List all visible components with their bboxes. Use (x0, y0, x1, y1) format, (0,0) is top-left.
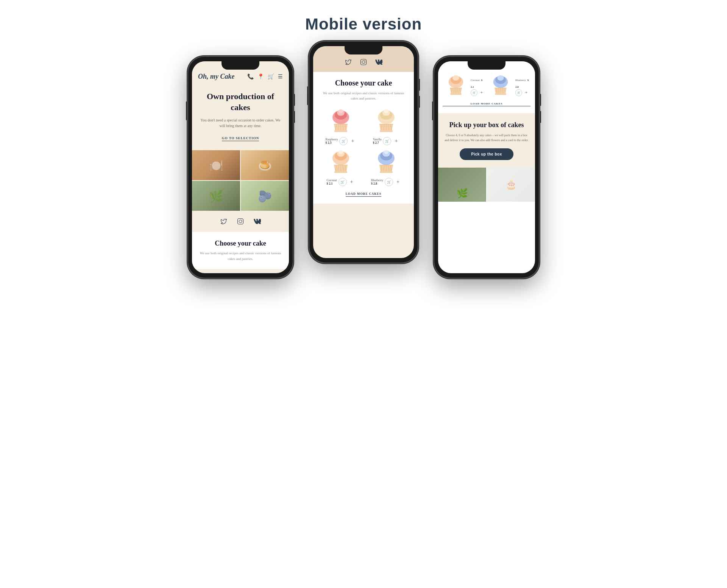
hero-title: Own production of cakes (200, 91, 281, 113)
cake-info-coconut: Coconut $ 2.1 🛒 + (319, 178, 362, 186)
svg-rect-63 (495, 93, 506, 95)
location-icon[interactable]: 📍 (257, 73, 264, 80)
svg-point-5 (365, 60, 365, 61)
phone-1-vol-down (293, 111, 295, 123)
phone-2-power (307, 86, 309, 105)
pickup-desc: Choose 4, 6 or 9 absolutely any cakes – … (444, 133, 529, 143)
phones-container: Oh, my Cake 📞 📍 🛒 ☰ Own production of ca… (187, 56, 540, 278)
phone-icon[interactable]: 📞 (247, 73, 254, 80)
vk-icon[interactable] (253, 217, 262, 226)
phone-1-notch (222, 61, 259, 70)
page-title: Mobile version (305, 15, 422, 33)
go-to-selection-button[interactable]: GO TO SELECTION (222, 136, 259, 141)
instagram-icon-2[interactable] (359, 58, 368, 67)
phone-3-vol-up (540, 94, 541, 106)
food-image-4 (241, 181, 289, 211)
mini-btns-coconut: 🛒 + (471, 89, 486, 96)
plus-btn-blueberry[interactable]: + (395, 179, 401, 185)
mini-cake-blueberry: Blueberry $ 2.8 🛒 + (487, 73, 530, 99)
load-more-button-3[interactable]: LOAD MORE CAKES (443, 102, 530, 106)
phone-2-vol-up (418, 79, 420, 91)
svg-rect-25 (380, 130, 393, 132)
svg-rect-15 (334, 130, 347, 132)
mini-cart-btn-coconut[interactable]: 🛒 (471, 89, 477, 96)
plus-btn-vanilla[interactable]: + (393, 138, 399, 145)
mini-cake-name-blueberry: Blueberry (515, 79, 526, 82)
cake-price-raspberry: $ 2.3 (326, 141, 338, 145)
blueberry-cupcake-image (365, 148, 408, 178)
pickup-section: Pick up your box of cakes Choose 4, 6 or… (438, 113, 535, 168)
cart-icon[interactable]: 🛒 (268, 73, 274, 80)
cake-name-raspberry: Raspberry (326, 138, 338, 141)
phone-3: Coconut $ 2.1 🛒 + (434, 56, 540, 278)
svg-point-2 (242, 219, 242, 220)
cart-btn-blueberry[interactable]: 🛒 (385, 178, 393, 186)
mini-cake-row: Coconut $ 2.1 🛒 + (443, 73, 530, 99)
raspberry-cupcake-image (319, 107, 362, 137)
mini-plus-btn-blueberry[interactable]: + (523, 89, 530, 96)
phone-3-screen: Coconut $ 2.1 🛒 + (438, 61, 535, 273)
svg-point-29 (339, 150, 343, 154)
phone-2-notch (345, 46, 382, 54)
phone-1-social (192, 211, 289, 232)
svg-rect-3 (361, 59, 367, 65)
svg-rect-45 (380, 171, 393, 173)
cake-price-coconut: $ 2.1 (326, 182, 337, 185)
cake-item-coconut: Coconut $ 2.1 🛒 + (319, 148, 362, 186)
phone-2-screen: Choose your cake We use both original re… (313, 46, 414, 258)
svg-point-19 (384, 109, 388, 113)
phone-1-choose-section: Choose your cake We use both original re… (192, 232, 289, 269)
svg-point-48 (452, 75, 459, 81)
vk-icon-2[interactable] (374, 58, 383, 67)
svg-point-4 (362, 61, 365, 64)
cake-info-vanilla: Vanilla $ 2.7 🛒 + (365, 137, 408, 145)
cake-name-vanilla: Vanilla (373, 138, 382, 141)
phone-1-power (186, 101, 187, 120)
pickup-button[interactable]: Pick up the box (460, 148, 513, 160)
bottom-image-2 (487, 168, 535, 202)
phone-2-content: Choose your cake We use both original re… (313, 72, 414, 204)
svg-rect-54 (450, 93, 462, 95)
phone-1-images (192, 150, 289, 211)
svg-point-9 (339, 109, 343, 113)
food-image-3 (192, 181, 240, 211)
svg-point-39 (384, 150, 388, 154)
cart-btn-raspberry[interactable]: 🛒 (339, 137, 348, 145)
cake-name-coconut: Coconut (326, 179, 337, 182)
cake-item-blueberry: Blueberry $ 2.8 🛒 + (365, 148, 408, 186)
cart-btn-coconut[interactable]: 🛒 (339, 178, 347, 186)
cart-btn-vanilla[interactable]: 🛒 (383, 137, 391, 145)
p2-section-title: Choose your cake (319, 79, 408, 87)
p2-section-subtitle: We use both original recipes and classic… (319, 90, 408, 101)
phone-2: Choose your cake We use both original re… (309, 41, 418, 263)
food-image-1 (192, 150, 240, 180)
twitter-icon[interactable] (219, 217, 228, 226)
plus-btn-coconut[interactable]: + (348, 179, 355, 185)
cake-info-raspberry: Raspberry $ 2.3 🛒 + (319, 137, 362, 145)
cake-name-blueberry: Blueberry (371, 179, 383, 182)
phone-2-vol-down (418, 96, 420, 108)
mini-cake-info-blueberry: Blueberry $ 2.8 🛒 + (515, 76, 530, 96)
load-more-button[interactable]: LOAD MORE CAKES (346, 192, 382, 197)
mini-cart-btn-blueberry[interactable]: 🛒 (515, 89, 522, 96)
mini-btns-blueberry: 🛒 + (515, 89, 530, 96)
phone-3-vol-down (540, 111, 541, 123)
twitter-icon-2[interactable] (344, 58, 353, 67)
logo: Oh, my Cake (198, 73, 235, 81)
svg-point-1 (239, 220, 242, 223)
cake-price-blueberry: $ 2.8 (371, 182, 383, 185)
mini-plus-btn-coconut[interactable]: + (478, 89, 485, 96)
coconut-cupcake-image (319, 148, 362, 178)
menu-icon[interactable]: ☰ (278, 73, 283, 80)
phone-1-hero: Own production of cakes You don't need a… (192, 85, 289, 150)
phone-3-power (432, 101, 434, 120)
mini-cake-info-coconut: Coconut $ 2.1 🛒 + (471, 76, 486, 96)
cake-info-blueberry: Blueberry $ 2.8 🛒 + (365, 178, 408, 186)
svg-rect-0 (238, 219, 243, 224)
bottom-image-1 (438, 168, 486, 202)
instagram-icon[interactable] (236, 217, 245, 226)
svg-point-57 (497, 75, 504, 81)
plus-btn-raspberry[interactable]: + (349, 138, 356, 145)
cake-grid: Raspberry $ 2.3 🛒 + (319, 107, 408, 186)
vanilla-cupcake-image (365, 107, 408, 137)
